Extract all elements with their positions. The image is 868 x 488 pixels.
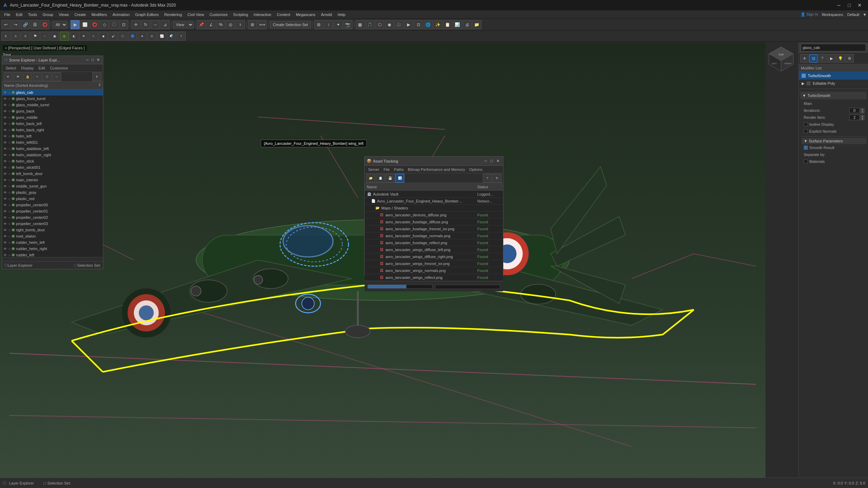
menu-civil-view[interactable]: Civil View (185, 10, 206, 18)
at-row[interactable]: 🖼 avro_lancaster_devices_diffuse.png Fou… (365, 212, 503, 218)
object-item[interactable]: 👁 ○ helm_stabilizer_right (2, 152, 103, 158)
menu-megascans[interactable]: Megascans (293, 10, 318, 18)
se-layer-explorer[interactable]: ⬡ (4, 263, 8, 267)
material-editor[interactable]: ◉ (385, 20, 394, 29)
object-item[interactable]: 👁 ○ helm_left (2, 133, 103, 139)
rp-motion-tab[interactable]: ▶ (827, 54, 836, 63)
at-menu-bitmap-perf[interactable]: Bitmap Performance and Memory (406, 167, 467, 172)
ts-smooth-checkbox[interactable] (804, 146, 808, 150)
view-dropdown[interactable]: View (173, 21, 194, 28)
render-setup[interactable]: 🎥 (395, 20, 404, 29)
menu-customize[interactable]: Customize (207, 10, 230, 18)
create-selection-set-button[interactable]: Create Selection Set (270, 21, 311, 28)
pop-graph[interactable]: 📈 (157, 32, 166, 41)
normal-align[interactable]: ↕ (324, 20, 333, 29)
ref-coord[interactable]: 3 (236, 20, 245, 29)
help-btn[interactable]: ? (177, 32, 186, 41)
at-row[interactable]: 🖼 avro_lancaster_fuselage_fresnel_ior.pn… (365, 225, 503, 232)
at-row[interactable]: 🖼 avro_lancaster_fuselage_diffuse.png Fo… (365, 218, 503, 225)
menu-arnold[interactable]: Arnold (318, 10, 335, 18)
key-filters[interactable]: ○ (40, 32, 49, 41)
modifier-turbsmooth[interactable]: TurboSmooth (799, 72, 868, 80)
menu-graph-editors[interactable]: Graph Editors (132, 10, 162, 18)
status-layer-icon[interactable]: ⬡ (3, 481, 6, 485)
menu-scripting[interactable]: Scripting (230, 10, 251, 18)
object-item[interactable]: 👁 ○ rivet_etalon (2, 233, 103, 239)
freeze-sel[interactable]: ❄ (79, 32, 88, 41)
se-close[interactable]: ✕ (96, 58, 101, 62)
close-button[interactable]: ✕ (855, 0, 865, 10)
mirror2[interactable]: ⟺ (258, 20, 267, 29)
at-row[interactable]: 🖼 avro_lancaster_wings_diffuse_right.png… (365, 253, 503, 260)
ts-iterations-spinner[interactable]: ▲ ▼ (849, 108, 865, 113)
menu-help[interactable]: Help (335, 10, 348, 18)
redo-button[interactable]: ↪ (11, 20, 20, 29)
object-item[interactable]: 👁 ○ left_bomb_door (2, 171, 103, 177)
select-region-rect[interactable]: ⬜ (80, 20, 89, 29)
at-menu-server[interactable]: Server (366, 167, 381, 172)
at-row[interactable]: 🖼 avro_lancaster_wings_fresnel_ior.png F… (365, 260, 503, 267)
key-mode[interactable]: K (1, 32, 10, 41)
menu-edit[interactable]: Edit (13, 10, 25, 18)
panel-controls[interactable]: ─ □ ✕ (85, 58, 101, 62)
menu-modifiers[interactable]: Modifiers (89, 10, 110, 18)
menu-tools[interactable]: Tools (25, 10, 40, 18)
object-item[interactable]: 👁 ○ main_interior (2, 177, 103, 183)
object-item[interactable]: 👁 ○ helm_back_left (2, 121, 103, 127)
at-menu-paths[interactable]: Paths (392, 167, 406, 172)
ts-render-input[interactable] (849, 115, 860, 120)
brush2[interactable]: ⬡ (118, 32, 127, 41)
ts-iterations-input[interactable] (849, 108, 860, 113)
object-item[interactable]: 👁 ○ rudder_helm_left (2, 239, 103, 246)
se-selection-icon[interactable]: □ (74, 263, 76, 267)
sub-obj[interactable]: ⊹ (89, 32, 98, 41)
schematic-view[interactable]: ⬡ (375, 20, 384, 29)
rp-display-tab[interactable]: 💡 (836, 54, 845, 63)
spinner-snap[interactable]: ◎ (226, 20, 235, 29)
at-row[interactable]: 🏦 Autodesk Vault Logged... (365, 191, 503, 198)
minimize-button[interactable]: ─ (834, 0, 844, 10)
menu-group[interactable]: Group (40, 10, 56, 18)
at-menu-options[interactable]: Options (467, 167, 485, 172)
object-name-input[interactable] (801, 44, 866, 51)
at-tb1[interactable]: 📁 (366, 174, 375, 183)
rotate-tool[interactable]: ↻ (141, 20, 150, 29)
render-frame[interactable]: ▶ (404, 20, 413, 29)
object-item[interactable]: 👁 ○ plastic_red (2, 196, 103, 202)
object-item[interactable]: 👁 ○ glass_cab (2, 89, 103, 96)
isolate[interactable]: ◎ (60, 32, 69, 41)
menu-animation[interactable]: Animation (110, 10, 132, 18)
at-maximize[interactable]: □ (489, 159, 494, 163)
rp-create-tab[interactable]: ✛ (800, 54, 809, 63)
ts-render-spinner[interactable]: ▲ ▼ (849, 115, 865, 120)
object-item[interactable]: 👁 ○ rudder_helm_right (2, 246, 103, 252)
snap-angle[interactable]: ∠ (206, 20, 216, 29)
media-mover[interactable]: 📁 (472, 20, 481, 29)
select-object[interactable]: ▶ (71, 20, 80, 29)
select-region-lasso[interactable]: 〇 (109, 20, 119, 29)
ts-header[interactable]: ▼ TurboSmooth (800, 92, 867, 99)
maximize-button[interactable]: □ (844, 0, 854, 10)
se-filter-icon[interactable]: ▽ (42, 72, 51, 81)
object-item[interactable]: 👁 ○ glass_middle_turrel (2, 102, 103, 108)
print-size[interactable]: 🖨 (463, 20, 472, 29)
rp-modify-tab[interactable]: ⊡ (809, 54, 818, 63)
at-menu-file[interactable]: File (381, 167, 392, 172)
snap-toggle[interactable]: 📌 (197, 20, 206, 29)
object-item[interactable]: 👁 ○ helm_left001 (2, 139, 103, 146)
se-right-btn[interactable]: F (92, 72, 102, 81)
cloth-btn[interactable]: 🌊 (167, 32, 176, 41)
nav-cube-svg[interactable]: TOP LEFT FRONT (767, 45, 795, 73)
at-help[interactable]: ? (483, 174, 492, 183)
hide-sel[interactable]: ◐ (70, 32, 79, 41)
object-item[interactable]: 👁 ○ helm_back_right (2, 127, 103, 133)
menu-views[interactable]: Views (56, 10, 72, 18)
at-minimize[interactable]: ─ (483, 159, 489, 163)
track-view[interactable]: 🎵 (365, 20, 374, 29)
scale-tool[interactable]: ↔ (151, 20, 160, 29)
at-tb3[interactable]: 💾 (386, 174, 395, 183)
set-key[interactable]: S (21, 32, 30, 41)
ribbon-btn[interactable]: ● (138, 32, 147, 41)
edit-named-selections[interactable]: ⊞ (248, 20, 257, 29)
se-close-x[interactable]: ✕ (3, 72, 13, 81)
